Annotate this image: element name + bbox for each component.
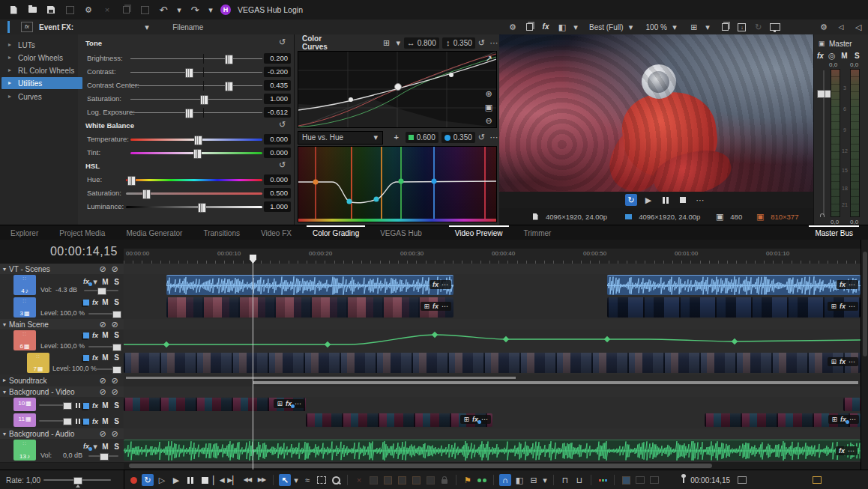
tab-transitions[interactable]: Transitions (193, 225, 250, 240)
track-body-video-6[interactable] (124, 329, 861, 353)
tab-video-preview[interactable]: Video Preview (444, 225, 513, 240)
timeline-ruler[interactable]: 00:00:00 00:00:10 00:00:20 00:00:30 00:0… (124, 240, 861, 264)
event-fx-button[interactable]: fx (433, 281, 438, 288)
selection-tool-button[interactable] (316, 474, 328, 486)
collapsed-audio-event[interactable] (126, 377, 516, 379)
video-output-fx-icon[interactable]: fx (540, 21, 552, 33)
selection-region-icon[interactable] (811, 474, 823, 486)
hue-value[interactable]: 0.000 (264, 174, 291, 185)
tab-trimmer[interactable]: Trimmer (513, 225, 562, 240)
curves-fit-icon[interactable]: ▣ (483, 101, 495, 113)
event-crop-icon[interactable]: ⊞ (831, 303, 837, 310)
loop-region-icon[interactable] (736, 474, 748, 486)
video-event[interactable]: ⊞fx⋯ (607, 297, 861, 318)
group-fx-bypass-icon[interactable]: ⊘ (97, 318, 109, 330)
track-icon[interactable]: ∷6▦ (13, 330, 36, 350)
track-fx-dropdown-icon[interactable]: ▾ (92, 440, 98, 452)
cursor-timecode[interactable]: 00:00:14,15 (690, 476, 730, 485)
edit-tool-dropdown-icon[interactable]: ▾ (293, 474, 299, 486)
hue-mode-select[interactable]: Hue vs. Hue ▾ (298, 131, 383, 145)
envelope-tool-button[interactable]: ≈ (301, 474, 313, 486)
curves-channel-dropdown-icon[interactable]: ▾ (396, 37, 401, 49)
curves-reset-icon[interactable]: ↺ (478, 38, 485, 48)
level-value[interactable]: 100,0 % (60, 342, 85, 350)
preview-settings-gear-icon[interactable]: ⚙ (507, 21, 519, 33)
loop-playback-button[interactable]: ↻ (142, 474, 154, 486)
event-more-icon[interactable]: ⋯ (849, 281, 855, 288)
safe-area-grid-icon[interactable]: ⊞ (688, 21, 700, 33)
audio-event[interactable]: fx⋯ (607, 275, 861, 295)
hue-pan-icon[interactable]: + (391, 132, 403, 144)
collapse-icon[interactable]: ▼ (0, 428, 9, 440)
track-fx-button[interactable]: fx (92, 354, 98, 362)
go-to-end-button[interactable]: ▶▏ (227, 474, 239, 486)
playhead-line[interactable] (253, 255, 253, 470)
track-icon[interactable]: ∷13♪ (13, 440, 36, 461)
hsl-reset-icon[interactable]: ↺ (279, 160, 286, 170)
contrast-value[interactable]: -0.200 (264, 67, 291, 77)
group-fx-bypass2-icon[interactable]: ⊘ (109, 263, 121, 275)
video-event[interactable]: ⊞fx⋯ (124, 398, 306, 411)
hue-curves-graph[interactable] (298, 146, 497, 222)
track-group-vt-scenes[interactable]: ▼ VT - Scenes ⊘ ⊘ (0, 264, 124, 275)
tab-vegas-hub[interactable]: VEGAS Hub (370, 225, 433, 240)
track-mute-button[interactable]: M (101, 353, 109, 362)
play-from-start-button[interactable]: ▷ (156, 474, 168, 486)
track-icon[interactable]: ∷7▦ (27, 353, 49, 373)
track-solo-button[interactable]: S (112, 331, 121, 339)
preview-stop-icon[interactable] (677, 194, 689, 206)
vol-value[interactable]: 0,0 dB (63, 452, 82, 459)
undo-dropdown-icon[interactable]: ▾ (176, 4, 182, 16)
track-solo-button[interactable]: S (112, 417, 121, 425)
event-crop-icon[interactable]: ⊞ (831, 416, 837, 423)
level-value[interactable]: 100,0 % (72, 365, 97, 372)
track-icon[interactable]: 11▦ (13, 413, 36, 427)
track-fx-button[interactable]: fx (92, 402, 98, 410)
track-group-background-video[interactable]: ▼ Background - Video ⊘ ⊘ (0, 386, 124, 398)
log-exposure-slider[interactable] (130, 112, 262, 113)
hsl-saturation-slider[interactable] (126, 192, 262, 195)
track-freeze-icon[interactable] (76, 419, 80, 424)
collapse-icon[interactable]: ▼ (0, 263, 9, 275)
event-more-icon[interactable]: ⋯ (441, 303, 448, 310)
level-slider[interactable] (88, 346, 118, 347)
curves-more-icon[interactable]: ⋯ (488, 37, 500, 49)
split-screen-dropdown-icon[interactable]: ▾ (573, 21, 579, 33)
timeline-hscrollbar[interactable] (124, 462, 861, 470)
composite-level-envelope[interactable] (124, 329, 861, 351)
quantize-to-frames-button[interactable]: ◧ (513, 474, 525, 486)
saturation-slider[interactable] (130, 99, 262, 100)
group-fx-bypass2-icon[interactable]: ⊘ (109, 374, 121, 386)
track-icon[interactable]: ∷3▦ (13, 297, 36, 318)
new-project-icon[interactable] (7, 4, 19, 16)
track-solo-button[interactable]: S (112, 401, 121, 410)
preview-play-icon[interactable]: ▶ (642, 194, 654, 206)
play-button[interactable]: ▶ (170, 474, 182, 486)
temperature-slider[interactable] (130, 139, 262, 141)
luminance-slider[interactable] (126, 206, 262, 208)
track-freeze-icon[interactable] (76, 403, 80, 408)
track-mute-button[interactable]: M (101, 278, 109, 286)
vegas-hub-icon[interactable]: H (220, 4, 231, 15)
insert-marker-button[interactable]: ⚑ (462, 474, 474, 486)
track-body-audio-13[interactable]: fx⋯ (124, 439, 861, 463)
track-solo-button[interactable]: S (112, 443, 121, 451)
open-project-icon[interactable] (26, 4, 38, 16)
timecode-display[interactable]: 00:00:14,15 (0, 240, 124, 264)
mute-all-speaker-icon[interactable]: ◁ (852, 21, 864, 33)
vol-value[interactable]: -4.3 dB (55, 286, 77, 294)
hsl-saturation-value[interactable]: 0.500 (264, 188, 291, 198)
event-more-icon[interactable]: ⋯ (849, 303, 855, 310)
rate-slider[interactable] (43, 479, 111, 481)
expand-icon[interactable]: ▸ (7, 91, 12, 103)
level-slider[interactable] (39, 420, 69, 422)
grid-dropdown-icon[interactable]: ▾ (705, 21, 711, 33)
event-crop-icon[interactable]: ⊞ (831, 358, 837, 365)
brightness-slider[interactable] (130, 58, 262, 59)
mixer-settings-gear-icon[interactable]: ⚙ (818, 21, 830, 33)
event-crop-icon[interactable]: ⊞ (277, 400, 283, 407)
curves-v-value-box[interactable]: ↕ 0.350 (442, 37, 475, 49)
expand-icon[interactable]: ▸ (7, 52, 12, 64)
event-more-icon[interactable]: ⋯ (441, 281, 448, 288)
track-header-video-7[interactable]: ∷7▦ fx M S Level: 100,0 % (0, 352, 124, 375)
